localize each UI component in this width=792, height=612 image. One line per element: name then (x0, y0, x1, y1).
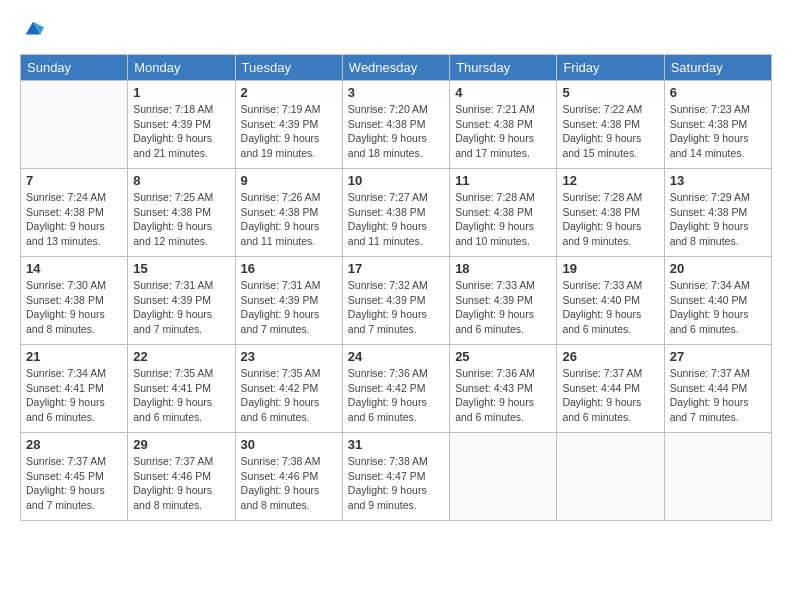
day-info: Sunrise: 7:18 AMSunset: 4:39 PMDaylight:… (133, 102, 229, 161)
day-number: 25 (455, 349, 551, 364)
day-cell: 29Sunrise: 7:37 AMSunset: 4:46 PMDayligh… (128, 433, 235, 521)
day-cell (21, 81, 128, 169)
day-info: Sunrise: 7:34 AMSunset: 4:41 PMDaylight:… (26, 366, 122, 425)
day-info: Sunrise: 7:37 AMSunset: 4:46 PMDaylight:… (133, 454, 229, 513)
day-cell: 11Sunrise: 7:28 AMSunset: 4:38 PMDayligh… (450, 169, 557, 257)
day-number: 18 (455, 261, 551, 276)
day-cell: 8Sunrise: 7:25 AMSunset: 4:38 PMDaylight… (128, 169, 235, 257)
day-info: Sunrise: 7:27 AMSunset: 4:38 PMDaylight:… (348, 190, 444, 249)
col-header-sunday: Sunday (21, 55, 128, 81)
page-container: SundayMondayTuesdayWednesdayThursdayFrid… (0, 0, 792, 531)
day-number: 11 (455, 173, 551, 188)
day-number: 28 (26, 437, 122, 452)
day-cell: 3Sunrise: 7:20 AMSunset: 4:38 PMDaylight… (342, 81, 449, 169)
day-info: Sunrise: 7:33 AMSunset: 4:39 PMDaylight:… (455, 278, 551, 337)
day-cell: 22Sunrise: 7:35 AMSunset: 4:41 PMDayligh… (128, 345, 235, 433)
day-info: Sunrise: 7:19 AMSunset: 4:39 PMDaylight:… (241, 102, 337, 161)
day-number: 4 (455, 85, 551, 100)
day-number: 17 (348, 261, 444, 276)
day-info: Sunrise: 7:30 AMSunset: 4:38 PMDaylight:… (26, 278, 122, 337)
day-info: Sunrise: 7:32 AMSunset: 4:39 PMDaylight:… (348, 278, 444, 337)
day-info: Sunrise: 7:35 AMSunset: 4:42 PMDaylight:… (241, 366, 337, 425)
day-cell: 10Sunrise: 7:27 AMSunset: 4:38 PMDayligh… (342, 169, 449, 257)
day-cell: 18Sunrise: 7:33 AMSunset: 4:39 PMDayligh… (450, 257, 557, 345)
week-row-2: 14Sunrise: 7:30 AMSunset: 4:38 PMDayligh… (21, 257, 772, 345)
day-number: 13 (670, 173, 766, 188)
logo-icon (22, 18, 44, 40)
day-cell: 4Sunrise: 7:21 AMSunset: 4:38 PMDaylight… (450, 81, 557, 169)
day-cell: 9Sunrise: 7:26 AMSunset: 4:38 PMDaylight… (235, 169, 342, 257)
day-cell: 13Sunrise: 7:29 AMSunset: 4:38 PMDayligh… (664, 169, 771, 257)
day-info: Sunrise: 7:37 AMSunset: 4:44 PMDaylight:… (562, 366, 658, 425)
day-number: 23 (241, 349, 337, 364)
day-number: 22 (133, 349, 229, 364)
day-number: 8 (133, 173, 229, 188)
col-header-friday: Friday (557, 55, 664, 81)
day-number: 3 (348, 85, 444, 100)
day-info: Sunrise: 7:26 AMSunset: 4:38 PMDaylight:… (241, 190, 337, 249)
week-row-3: 21Sunrise: 7:34 AMSunset: 4:41 PMDayligh… (21, 345, 772, 433)
day-info: Sunrise: 7:28 AMSunset: 4:38 PMDaylight:… (455, 190, 551, 249)
day-number: 24 (348, 349, 444, 364)
day-cell: 26Sunrise: 7:37 AMSunset: 4:44 PMDayligh… (557, 345, 664, 433)
day-number: 31 (348, 437, 444, 452)
day-cell: 5Sunrise: 7:22 AMSunset: 4:38 PMDaylight… (557, 81, 664, 169)
day-number: 7 (26, 173, 122, 188)
day-info: Sunrise: 7:29 AMSunset: 4:38 PMDaylight:… (670, 190, 766, 249)
day-cell (450, 433, 557, 521)
day-info: Sunrise: 7:23 AMSunset: 4:38 PMDaylight:… (670, 102, 766, 161)
day-cell: 17Sunrise: 7:32 AMSunset: 4:39 PMDayligh… (342, 257, 449, 345)
day-cell (664, 433, 771, 521)
day-info: Sunrise: 7:36 AMSunset: 4:42 PMDaylight:… (348, 366, 444, 425)
day-cell: 24Sunrise: 7:36 AMSunset: 4:42 PMDayligh… (342, 345, 449, 433)
day-cell: 1Sunrise: 7:18 AMSunset: 4:39 PMDaylight… (128, 81, 235, 169)
day-cell: 16Sunrise: 7:31 AMSunset: 4:39 PMDayligh… (235, 257, 342, 345)
day-number: 5 (562, 85, 658, 100)
day-number: 12 (562, 173, 658, 188)
day-cell: 21Sunrise: 7:34 AMSunset: 4:41 PMDayligh… (21, 345, 128, 433)
header (20, 18, 772, 40)
day-info: Sunrise: 7:34 AMSunset: 4:40 PMDaylight:… (670, 278, 766, 337)
day-info: Sunrise: 7:22 AMSunset: 4:38 PMDaylight:… (562, 102, 658, 161)
day-cell: 27Sunrise: 7:37 AMSunset: 4:44 PMDayligh… (664, 345, 771, 433)
day-cell: 2Sunrise: 7:19 AMSunset: 4:39 PMDaylight… (235, 81, 342, 169)
day-number: 30 (241, 437, 337, 452)
day-number: 14 (26, 261, 122, 276)
day-number: 21 (26, 349, 122, 364)
day-number: 9 (241, 173, 337, 188)
day-number: 19 (562, 261, 658, 276)
col-header-saturday: Saturday (664, 55, 771, 81)
day-info: Sunrise: 7:36 AMSunset: 4:43 PMDaylight:… (455, 366, 551, 425)
day-number: 16 (241, 261, 337, 276)
day-cell: 15Sunrise: 7:31 AMSunset: 4:39 PMDayligh… (128, 257, 235, 345)
day-info: Sunrise: 7:24 AMSunset: 4:38 PMDaylight:… (26, 190, 122, 249)
col-header-wednesday: Wednesday (342, 55, 449, 81)
col-header-thursday: Thursday (450, 55, 557, 81)
day-info: Sunrise: 7:35 AMSunset: 4:41 PMDaylight:… (133, 366, 229, 425)
col-header-monday: Monday (128, 55, 235, 81)
day-cell: 31Sunrise: 7:38 AMSunset: 4:47 PMDayligh… (342, 433, 449, 521)
week-row-0: 1Sunrise: 7:18 AMSunset: 4:39 PMDaylight… (21, 81, 772, 169)
day-cell (557, 433, 664, 521)
day-info: Sunrise: 7:21 AMSunset: 4:38 PMDaylight:… (455, 102, 551, 161)
day-number: 6 (670, 85, 766, 100)
day-info: Sunrise: 7:38 AMSunset: 4:46 PMDaylight:… (241, 454, 337, 513)
day-info: Sunrise: 7:38 AMSunset: 4:47 PMDaylight:… (348, 454, 444, 513)
logo (20, 18, 44, 40)
day-info: Sunrise: 7:33 AMSunset: 4:40 PMDaylight:… (562, 278, 658, 337)
day-number: 1 (133, 85, 229, 100)
day-info: Sunrise: 7:28 AMSunset: 4:38 PMDaylight:… (562, 190, 658, 249)
day-cell: 6Sunrise: 7:23 AMSunset: 4:38 PMDaylight… (664, 81, 771, 169)
day-number: 27 (670, 349, 766, 364)
day-number: 20 (670, 261, 766, 276)
day-info: Sunrise: 7:31 AMSunset: 4:39 PMDaylight:… (133, 278, 229, 337)
day-info: Sunrise: 7:37 AMSunset: 4:45 PMDaylight:… (26, 454, 122, 513)
day-info: Sunrise: 7:31 AMSunset: 4:39 PMDaylight:… (241, 278, 337, 337)
day-cell: 25Sunrise: 7:36 AMSunset: 4:43 PMDayligh… (450, 345, 557, 433)
day-cell: 30Sunrise: 7:38 AMSunset: 4:46 PMDayligh… (235, 433, 342, 521)
day-cell: 23Sunrise: 7:35 AMSunset: 4:42 PMDayligh… (235, 345, 342, 433)
day-number: 10 (348, 173, 444, 188)
col-header-tuesday: Tuesday (235, 55, 342, 81)
day-info: Sunrise: 7:37 AMSunset: 4:44 PMDaylight:… (670, 366, 766, 425)
day-info: Sunrise: 7:25 AMSunset: 4:38 PMDaylight:… (133, 190, 229, 249)
